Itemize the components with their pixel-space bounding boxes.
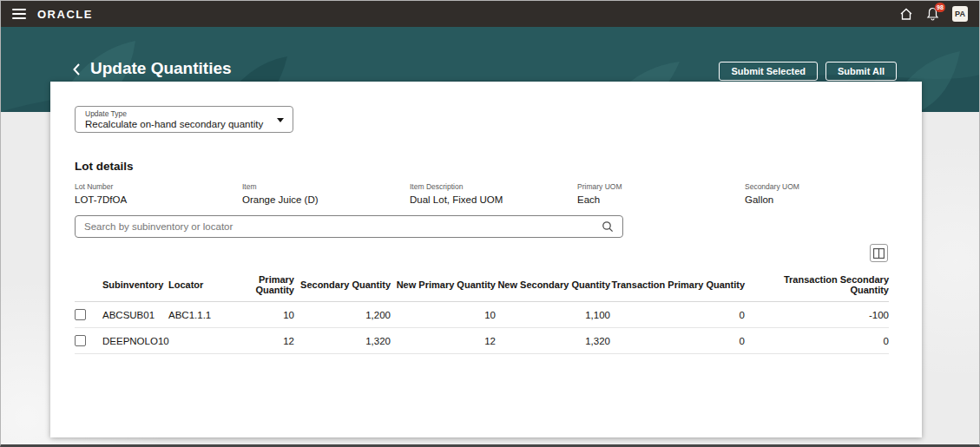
table-row[interactable]: ABCSUB01 ABC1.1.1 10 1,200 10 1,100 0 -1… bbox=[75, 302, 889, 328]
field-value: Dual Lot, Fixed UOM bbox=[410, 194, 577, 205]
field-label: Item Description bbox=[410, 182, 577, 191]
field-value: Gallon bbox=[745, 194, 912, 205]
field-label: Primary UOM bbox=[577, 182, 745, 191]
cell-transaction-primary-quantity: 0 bbox=[610, 328, 745, 354]
cell-transaction-primary-quantity: 0 bbox=[610, 302, 745, 328]
col-secondary-quantity[interactable]: Secondary Quantity bbox=[294, 269, 391, 302]
col-transaction-secondary-quantity[interactable]: Transaction Secondary Quantity bbox=[745, 269, 889, 302]
notifications-bell-icon[interactable]: 98 bbox=[926, 7, 939, 21]
home-icon[interactable] bbox=[899, 8, 913, 21]
oracle-logo: ORACLE bbox=[37, 8, 93, 21]
cell-locator bbox=[168, 328, 220, 354]
cell-new-primary-quantity: 10 bbox=[391, 302, 496, 328]
table-header-row: Subinventory Locator Primary Quantity Se… bbox=[75, 269, 889, 302]
field-label: Item bbox=[242, 182, 410, 191]
row-checkbox[interactable] bbox=[75, 309, 86, 320]
update-type-value: Recalculate on-hand secondary quantity bbox=[85, 119, 272, 129]
col-subinventory[interactable]: Subinventory bbox=[102, 269, 168, 302]
submit-all-button[interactable]: Submit All bbox=[825, 62, 897, 81]
user-avatar[interactable]: PA bbox=[952, 6, 968, 22]
lot-details-fields: Lot Number LOT-7DfOA Item Orange Juice (… bbox=[75, 182, 912, 205]
cell-secondary-quantity: 1,320 bbox=[294, 328, 391, 354]
cell-new-secondary-quantity: 1,320 bbox=[496, 328, 610, 354]
topbar-right: 98 PA bbox=[899, 6, 968, 22]
cell-new-secondary-quantity: 1,100 bbox=[496, 302, 610, 328]
search-icon[interactable] bbox=[602, 220, 614, 233]
cell-transaction-secondary-quantity: -100 bbox=[745, 302, 889, 328]
field-lot-number: Lot Number LOT-7DfOA bbox=[75, 182, 242, 205]
field-label: Lot Number bbox=[75, 182, 242, 191]
search-bar bbox=[75, 215, 623, 238]
update-type-label: Update Type bbox=[85, 109, 272, 118]
col-new-secondary-quantity[interactable]: New Secondary Quantity bbox=[496, 269, 610, 302]
field-item: Item Orange Juice (D) bbox=[242, 182, 410, 205]
table-row[interactable]: DEEPNOLO10 12 1,320 12 1,320 0 0 bbox=[75, 328, 889, 354]
search-input[interactable] bbox=[84, 221, 602, 232]
submit-selected-button[interactable]: Submit Selected bbox=[719, 62, 818, 81]
cell-secondary-quantity: 1,200 bbox=[294, 302, 391, 328]
col-locator[interactable]: Locator bbox=[168, 269, 220, 302]
column-settings-button[interactable] bbox=[870, 244, 888, 262]
back-chevron-icon[interactable] bbox=[72, 62, 81, 76]
global-topbar: ORACLE 98 PA bbox=[1, 1, 979, 27]
columns-icon bbox=[873, 248, 885, 259]
row-checkbox[interactable] bbox=[75, 335, 86, 346]
col-transaction-primary-quantity[interactable]: Transaction Primary Quantity bbox=[610, 269, 745, 302]
lot-details-heading: Lot details bbox=[75, 160, 134, 173]
page-title: Update Quantities bbox=[90, 60, 232, 78]
cell-subinventory: DEEPNOLO10 bbox=[102, 328, 168, 354]
cell-subinventory: ABCSUB01 bbox=[102, 302, 168, 328]
quantities-table: Subinventory Locator Primary Quantity Se… bbox=[75, 269, 889, 354]
col-new-primary-quantity[interactable]: New Primary Quantity bbox=[391, 269, 496, 302]
cell-transaction-secondary-quantity: 0 bbox=[745, 328, 889, 354]
chevron-down-icon bbox=[277, 118, 284, 122]
notification-badge: 98 bbox=[935, 3, 945, 12]
update-type-select[interactable]: Update Type Recalculate on-hand secondar… bbox=[75, 106, 293, 133]
app-window: ORACLE 98 PA bbox=[0, 0, 980, 447]
checkbox-column-header bbox=[75, 269, 102, 302]
cell-new-primary-quantity: 12 bbox=[391, 328, 496, 354]
field-value: LOT-7DfOA bbox=[75, 194, 242, 205]
field-value: Orange Juice (D) bbox=[242, 194, 410, 205]
field-secondary-uom: Secondary UOM Gallon bbox=[745, 182, 912, 205]
content-card: Update Type Recalculate on-hand secondar… bbox=[50, 82, 922, 437]
field-item-description: Item Description Dual Lot, Fixed UOM bbox=[410, 182, 577, 205]
field-primary-uom: Primary UOM Each bbox=[577, 182, 745, 205]
col-primary-quantity[interactable]: Primary Quantity bbox=[220, 269, 294, 302]
cell-locator: ABC1.1.1 bbox=[168, 302, 220, 328]
menu-icon[interactable] bbox=[12, 9, 26, 19]
cell-primary-quantity: 12 bbox=[220, 328, 294, 354]
cell-primary-quantity: 10 bbox=[220, 302, 294, 328]
banner-actions: Submit Selected Submit All bbox=[719, 62, 897, 81]
field-value: Each bbox=[577, 194, 745, 205]
field-label: Secondary UOM bbox=[745, 182, 912, 191]
